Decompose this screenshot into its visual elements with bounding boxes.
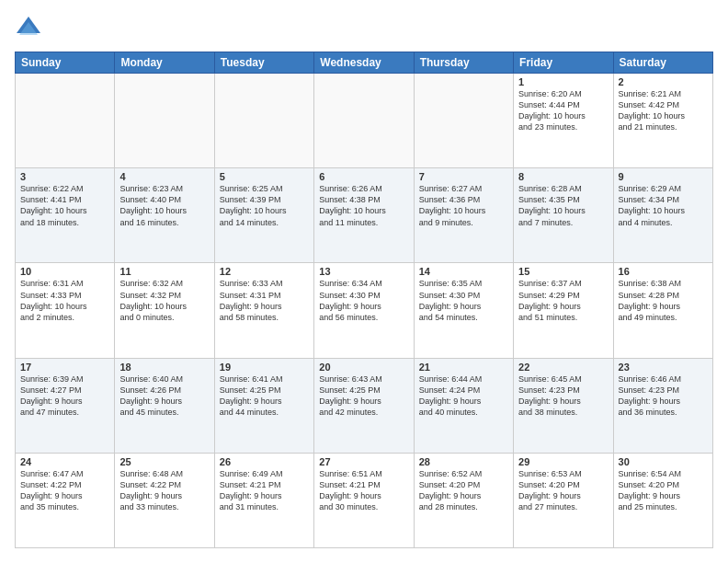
- day-number: 20: [319, 362, 408, 373]
- day-number: 30: [619, 456, 708, 467]
- cell-info: Sunrise: 6:32 AM Sunset: 4:32 PM Dayligh…: [119, 278, 209, 323]
- calendar-cell: 27Sunrise: 6:51 AM Sunset: 4:21 PM Dayli…: [314, 453, 414, 547]
- cell-info: Sunrise: 6:28 AM Sunset: 4:35 PM Dayligh…: [518, 183, 608, 228]
- cell-info: Sunrise: 6:48 AM Sunset: 4:22 PM Dayligh…: [119, 468, 209, 513]
- calendar-cell: 9Sunrise: 6:29 AM Sunset: 4:34 PM Daylig…: [613, 168, 712, 263]
- calendar-cell: 12Sunrise: 6:33 AM Sunset: 4:31 PM Dayli…: [214, 263, 313, 358]
- day-header-sunday: Sunday: [16, 52, 115, 74]
- cell-info: Sunrise: 6:51 AM Sunset: 4:21 PM Dayligh…: [319, 468, 408, 513]
- day-number: 1: [518, 76, 608, 87]
- day-number: 12: [220, 266, 309, 277]
- day-header-tuesday: Tuesday: [214, 52, 313, 74]
- calendar-body: 1Sunrise: 6:20 AM Sunset: 4:44 PM Daylig…: [16, 74, 713, 548]
- calendar-cell: 4Sunrise: 6:23 AM Sunset: 4:40 PM Daylig…: [115, 168, 214, 263]
- calendar-cell: 11Sunrise: 6:32 AM Sunset: 4:32 PM Dayli…: [115, 263, 214, 358]
- logo-icon: [15, 15, 42, 42]
- cell-info: Sunrise: 6:49 AM Sunset: 4:21 PM Dayligh…: [220, 468, 309, 513]
- day-number: 24: [20, 456, 109, 467]
- calendar-cell: 23Sunrise: 6:46 AM Sunset: 4:23 PM Dayli…: [613, 358, 712, 453]
- day-number: 21: [419, 362, 508, 373]
- calendar-cell: 26Sunrise: 6:49 AM Sunset: 4:21 PM Dayli…: [214, 453, 313, 547]
- calendar-cell: 22Sunrise: 6:45 AM Sunset: 4:23 PM Dayli…: [514, 358, 613, 453]
- calendar-cell: 5Sunrise: 6:25 AM Sunset: 4:39 PM Daylig…: [214, 168, 313, 263]
- day-number: 10: [20, 266, 109, 277]
- cell-info: Sunrise: 6:29 AM Sunset: 4:34 PM Dayligh…: [619, 183, 708, 228]
- calendar-cell: 7Sunrise: 6:27 AM Sunset: 4:36 PM Daylig…: [414, 168, 513, 263]
- calendar-cell: 17Sunrise: 6:39 AM Sunset: 4:27 PM Dayli…: [16, 358, 115, 453]
- calendar-cell: 14Sunrise: 6:35 AM Sunset: 4:30 PM Dayli…: [414, 263, 513, 358]
- day-number: 8: [518, 171, 608, 182]
- calendar-cell: 8Sunrise: 6:28 AM Sunset: 4:35 PM Daylig…: [514, 168, 613, 263]
- day-number: 15: [518, 266, 608, 277]
- calendar-cell: 19Sunrise: 6:41 AM Sunset: 4:25 PM Dayli…: [214, 358, 313, 453]
- cell-info: Sunrise: 6:44 AM Sunset: 4:24 PM Dayligh…: [419, 373, 508, 419]
- cell-info: Sunrise: 6:52 AM Sunset: 4:20 PM Dayligh…: [419, 468, 508, 513]
- day-number: 5: [220, 171, 309, 182]
- day-number: 2: [619, 76, 708, 87]
- day-number: 27: [319, 456, 408, 467]
- calendar-cell: 25Sunrise: 6:48 AM Sunset: 4:22 PM Dayli…: [115, 453, 214, 547]
- cell-info: Sunrise: 6:21 AM Sunset: 4:42 PM Dayligh…: [619, 88, 708, 133]
- cell-info: Sunrise: 6:23 AM Sunset: 4:40 PM Dayligh…: [119, 183, 209, 228]
- calendar-cell: 16Sunrise: 6:38 AM Sunset: 4:28 PM Dayli…: [613, 263, 712, 358]
- day-number: 19: [220, 362, 309, 373]
- cell-info: Sunrise: 6:34 AM Sunset: 4:30 PM Dayligh…: [319, 278, 408, 323]
- calendar-cell: 1Sunrise: 6:20 AM Sunset: 4:44 PM Daylig…: [514, 74, 613, 168]
- calendar-cell: [115, 74, 214, 168]
- day-number: 25: [119, 456, 209, 467]
- day-header-saturday: Saturday: [613, 52, 712, 74]
- calendar-week-2: 10Sunrise: 6:31 AM Sunset: 4:33 PM Dayli…: [16, 263, 713, 358]
- day-number: 26: [220, 456, 309, 467]
- calendar-cell: [314, 74, 414, 168]
- calendar-cell: 18Sunrise: 6:40 AM Sunset: 4:26 PM Dayli…: [115, 358, 214, 453]
- cell-info: Sunrise: 6:39 AM Sunset: 4:27 PM Dayligh…: [20, 373, 109, 419]
- day-number: 7: [419, 171, 508, 182]
- page: SundayMondayTuesdayWednesdayThursdayFrid…: [0, 0, 728, 563]
- cell-info: Sunrise: 6:33 AM Sunset: 4:31 PM Dayligh…: [220, 278, 309, 323]
- logo: [15, 15, 46, 42]
- day-number: 4: [119, 171, 209, 182]
- cell-info: Sunrise: 6:41 AM Sunset: 4:25 PM Dayligh…: [220, 373, 309, 419]
- cell-info: Sunrise: 6:47 AM Sunset: 4:22 PM Dayligh…: [20, 468, 109, 513]
- day-number: 6: [319, 171, 408, 182]
- cell-info: Sunrise: 6:22 AM Sunset: 4:41 PM Dayligh…: [20, 183, 109, 228]
- cell-info: Sunrise: 6:38 AM Sunset: 4:28 PM Dayligh…: [619, 278, 708, 323]
- calendar-cell: 13Sunrise: 6:34 AM Sunset: 4:30 PM Dayli…: [314, 263, 414, 358]
- day-header-friday: Friday: [514, 52, 613, 74]
- day-header-thursday: Thursday: [414, 52, 513, 74]
- cell-info: Sunrise: 6:40 AM Sunset: 4:26 PM Dayligh…: [119, 373, 209, 419]
- cell-info: Sunrise: 6:45 AM Sunset: 4:23 PM Dayligh…: [518, 373, 608, 419]
- calendar-cell: [214, 74, 313, 168]
- day-number: 17: [20, 362, 109, 373]
- calendar-cell: [16, 74, 115, 168]
- header-row: SundayMondayTuesdayWednesdayThursdayFrid…: [16, 52, 713, 74]
- calendar-cell: 24Sunrise: 6:47 AM Sunset: 4:22 PM Dayli…: [16, 453, 115, 547]
- cell-info: Sunrise: 6:26 AM Sunset: 4:38 PM Dayligh…: [319, 183, 408, 228]
- day-number: 29: [518, 456, 608, 467]
- day-number: 18: [119, 362, 209, 373]
- day-number: 9: [619, 171, 708, 182]
- calendar-cell: [414, 74, 513, 168]
- day-number: 3: [20, 171, 109, 182]
- day-number: 23: [619, 362, 708, 373]
- calendar-cell: 28Sunrise: 6:52 AM Sunset: 4:20 PM Dayli…: [414, 453, 513, 547]
- calendar-table: SundayMondayTuesdayWednesdayThursdayFrid…: [15, 52, 713, 548]
- day-number: 13: [319, 266, 408, 277]
- calendar-header: SundayMondayTuesdayWednesdayThursdayFrid…: [16, 52, 713, 74]
- calendar-cell: 29Sunrise: 6:53 AM Sunset: 4:20 PM Dayli…: [514, 453, 613, 547]
- cell-info: Sunrise: 6:35 AM Sunset: 4:30 PM Dayligh…: [419, 278, 508, 323]
- cell-info: Sunrise: 6:54 AM Sunset: 4:20 PM Dayligh…: [619, 468, 708, 513]
- day-number: 28: [419, 456, 508, 467]
- day-number: 22: [518, 362, 608, 373]
- cell-info: Sunrise: 6:53 AM Sunset: 4:20 PM Dayligh…: [518, 468, 608, 513]
- header: [15, 15, 713, 42]
- calendar-week-1: 3Sunrise: 6:22 AM Sunset: 4:41 PM Daylig…: [16, 168, 713, 263]
- calendar-cell: 20Sunrise: 6:43 AM Sunset: 4:25 PM Dayli…: [314, 358, 414, 453]
- calendar-week-4: 24Sunrise: 6:47 AM Sunset: 4:22 PM Dayli…: [16, 453, 713, 547]
- cell-info: Sunrise: 6:20 AM Sunset: 4:44 PM Dayligh…: [518, 88, 608, 133]
- calendar-cell: 2Sunrise: 6:21 AM Sunset: 4:42 PM Daylig…: [613, 74, 712, 168]
- calendar-cell: 30Sunrise: 6:54 AM Sunset: 4:20 PM Dayli…: [613, 453, 712, 547]
- day-header-monday: Monday: [115, 52, 214, 74]
- day-number: 16: [619, 266, 708, 277]
- cell-info: Sunrise: 6:37 AM Sunset: 4:29 PM Dayligh…: [518, 278, 608, 323]
